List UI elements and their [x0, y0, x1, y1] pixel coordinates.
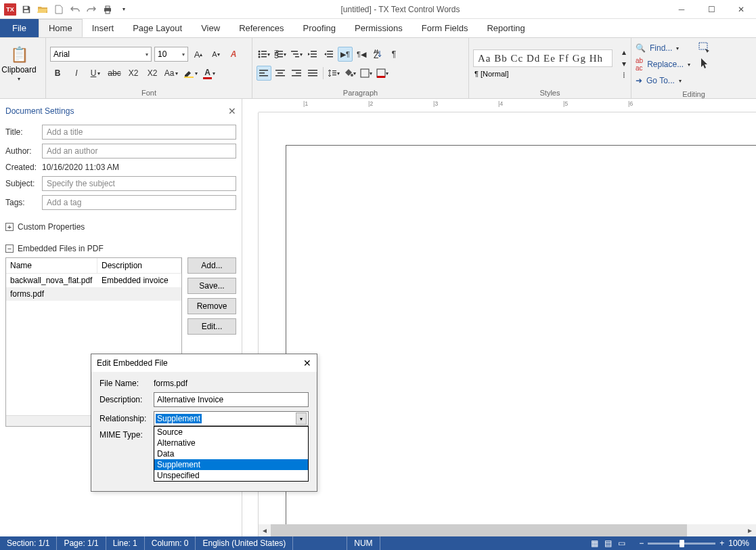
- frame-fill-icon[interactable]: ▾: [375, 66, 390, 81]
- grow-font-icon[interactable]: A▴: [191, 47, 206, 62]
- pane-close-icon[interactable]: ✕: [228, 106, 236, 117]
- decrease-indent-icon[interactable]: [305, 47, 320, 62]
- redo-icon[interactable]: [84, 2, 99, 17]
- tab-home[interactable]: Home: [39, 19, 83, 37]
- status-column[interactable]: Column: 0: [145, 536, 196, 550]
- col-description[interactable]: Description: [97, 258, 181, 273]
- dialog-titlebar[interactable]: Edit Embedded File ✕: [91, 354, 317, 372]
- tab-insert[interactable]: Insert: [83, 19, 124, 37]
- ltr-icon[interactable]: ▶¶: [338, 47, 353, 62]
- table-row[interactable]: backwall_nova_flat.pdf Embedded invoice: [6, 274, 181, 287]
- option-unspecified[interactable]: Unspecified: [154, 470, 308, 481]
- app-icon[interactable]: TX: [3, 2, 18, 17]
- view-web-icon[interactable]: ▤: [602, 538, 613, 548]
- style-up-icon[interactable]: ▴: [617, 47, 631, 58]
- pilcrow-icon[interactable]: ¶: [386, 47, 401, 62]
- tab-permissions[interactable]: Permissions: [345, 19, 412, 37]
- qat-dropdown-icon[interactable]: ▾: [116, 2, 131, 17]
- option-supplement[interactable]: Supplement: [154, 459, 308, 470]
- save-button[interactable]: Save...: [187, 278, 236, 294]
- find-button[interactable]: 🔍Find...▾: [636, 40, 690, 56]
- remove-button[interactable]: Remove: [187, 298, 236, 314]
- expand-plus-icon[interactable]: +: [5, 223, 14, 231]
- multilevel-icon[interactable]: ▾: [289, 47, 304, 62]
- replace-button[interactable]: abacReplace...▾: [636, 56, 690, 72]
- tab-references[interactable]: References: [229, 19, 293, 37]
- italic-icon[interactable]: I: [69, 66, 84, 81]
- minimize-button[interactable]: ─: [667, 0, 696, 19]
- edit-button[interactable]: Edit...: [187, 318, 236, 335]
- document-page[interactable]: [286, 145, 756, 524]
- description-input[interactable]: [154, 392, 309, 407]
- borders-icon[interactable]: ▾: [359, 66, 374, 81]
- status-num[interactable]: NUM: [347, 536, 380, 550]
- dialog-close-icon[interactable]: ✕: [303, 358, 311, 368]
- highlight-icon[interactable]: ▾: [183, 66, 198, 81]
- tab-proofing[interactable]: Proofing: [294, 19, 345, 37]
- bullets-icon[interactable]: ▾: [257, 47, 271, 62]
- select-arrow-icon[interactable]: [697, 56, 712, 71]
- font-size-combo[interactable]: 10▾: [154, 47, 188, 62]
- relationship-combo[interactable]: Supplement ▾ Source Alternative Data Sup…: [154, 411, 309, 426]
- view-draft-icon[interactable]: ▭: [616, 538, 627, 548]
- option-data[interactable]: Data: [154, 448, 308, 459]
- zoom-in-icon[interactable]: +: [719, 538, 724, 548]
- zoom-out-icon[interactable]: −: [639, 538, 644, 548]
- shrink-font-icon[interactable]: A▾: [208, 47, 223, 62]
- change-case-icon[interactable]: Aa▾: [164, 66, 179, 81]
- status-line[interactable]: Line: 1: [106, 536, 145, 550]
- font-color-icon[interactable]: A▾: [202, 66, 217, 81]
- tab-view[interactable]: View: [192, 19, 229, 37]
- scroll-right-icon[interactable]: ▸: [744, 524, 756, 536]
- close-button[interactable]: ✕: [726, 0, 756, 19]
- numbering-icon[interactable]: 123▾: [273, 47, 288, 62]
- strike-icon[interactable]: abc: [107, 66, 122, 81]
- select-objects-icon[interactable]: [697, 40, 712, 55]
- print-icon[interactable]: [100, 2, 115, 17]
- style-preview[interactable]: Aa Bb Cc Dd Ee Ff Gg Hh: [473, 49, 613, 67]
- option-source[interactable]: Source: [154, 427, 308, 438]
- increase-indent-icon[interactable]: [321, 47, 336, 62]
- open-icon[interactable]: [35, 2, 50, 17]
- align-right-icon[interactable]: [289, 66, 304, 81]
- tab-reporting[interactable]: Reporting: [477, 19, 534, 37]
- maximize-button[interactable]: ☐: [696, 0, 726, 19]
- scroll-left-icon[interactable]: ◂: [259, 524, 271, 536]
- superscript-icon[interactable]: X2: [145, 66, 160, 81]
- style-more-icon[interactable]: ⁞: [617, 70, 631, 81]
- option-alternative[interactable]: Alternative: [154, 438, 308, 448]
- author-input[interactable]: [42, 144, 236, 158]
- tab-page-layout[interactable]: Page Layout: [123, 19, 192, 37]
- sort-icon[interactable]: AZ: [370, 47, 385, 62]
- status-section[interactable]: Section: 1/1: [0, 536, 57, 550]
- chevron-down-icon[interactable]: ▾: [296, 412, 307, 425]
- embedded-files-section[interactable]: −Embedded Files in PDF: [5, 244, 236, 253]
- align-center-icon[interactable]: [273, 66, 288, 81]
- save-icon[interactable]: [19, 2, 34, 17]
- zoom-slider-thumb[interactable]: [680, 540, 684, 547]
- add-button[interactable]: Add...: [187, 257, 236, 274]
- style-down-icon[interactable]: ▾: [617, 58, 631, 69]
- shading-icon[interactable]: ▾: [342, 66, 357, 81]
- status-language[interactable]: English (United States): [196, 536, 293, 550]
- font-name-combo[interactable]: Arial▾: [50, 47, 152, 62]
- undo-icon[interactable]: [68, 2, 83, 17]
- tab-file[interactable]: File: [0, 19, 39, 37]
- status-page[interactable]: Page: 1/1: [57, 536, 106, 550]
- title-input[interactable]: [42, 125, 236, 140]
- line-spacing-icon[interactable]: ▾: [326, 66, 341, 81]
- tab-form-fields[interactable]: Form Fields: [412, 19, 478, 37]
- underline-icon[interactable]: U▾: [88, 66, 103, 81]
- rtl-icon[interactable]: ¶◀: [354, 47, 369, 62]
- new-icon[interactable]: [51, 2, 66, 17]
- justify-icon[interactable]: [305, 66, 320, 81]
- tags-input[interactable]: [42, 195, 236, 210]
- bold-icon[interactable]: B: [50, 66, 65, 81]
- align-left-icon[interactable]: [257, 66, 271, 81]
- zoom-control[interactable]: − + 100%: [632, 538, 756, 548]
- subject-input[interactable]: [42, 176, 236, 191]
- horizontal-ruler[interactable]: |1 |2 |3 |4 |5 |6: [259, 99, 756, 112]
- table-row[interactable]: forms.pdf: [6, 287, 181, 301]
- custom-properties-section[interactable]: +Custom Properties: [5, 222, 236, 232]
- col-name[interactable]: Name: [6, 258, 97, 273]
